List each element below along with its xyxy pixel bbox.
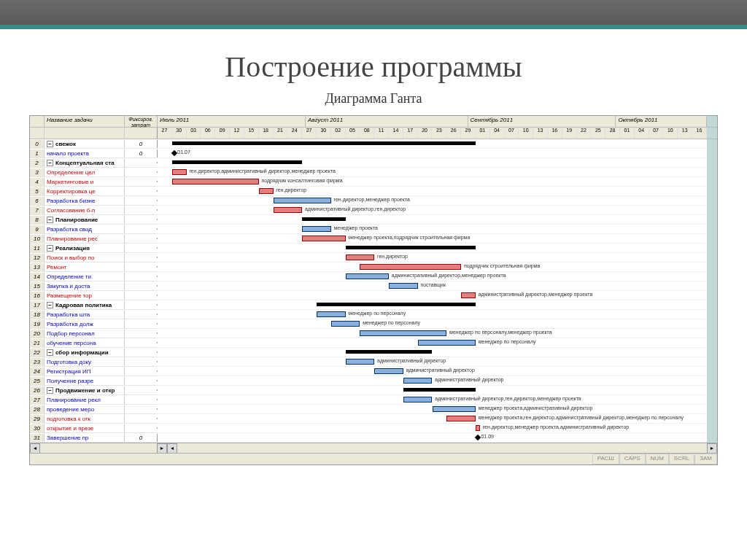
gantt-bar-row: [158, 158, 707, 168]
status-bar: РАСШCAPSNUMSCRLЗАМ: [30, 453, 717, 464]
scroll-left-button-2[interactable]: ◄: [167, 443, 177, 454]
task-bar[interactable]: [346, 254, 375, 260]
day-cell: 11: [374, 128, 389, 139]
task-name-label: Разработка бизне: [47, 198, 95, 204]
status-indicator: SCRL: [669, 454, 694, 464]
summary-bar[interactable]: [172, 160, 302, 164]
task-bar[interactable]: [389, 283, 418, 289]
task-name-label: Разработка шта: [47, 311, 90, 318]
table-row[interactable]: 4Маркетинговые и: [30, 177, 158, 187]
table-row[interactable]: 3Определение цел: [30, 168, 158, 177]
task-bar[interactable]: [346, 359, 375, 365]
table-row[interactable]: 5Корректировка це: [30, 187, 158, 196]
table-row[interactable]: 23Подготовка доку: [30, 357, 158, 367]
day-cell: 16: [548, 128, 562, 139]
table-row[interactable]: 29подготовка к отк: [30, 414, 158, 424]
collapse-icon[interactable]: −: [47, 160, 53, 166]
day-cell: 25: [591, 128, 605, 139]
table-row[interactable]: 8−Планирование: [30, 215, 158, 225]
table-row[interactable]: 22−сбор информации: [30, 348, 158, 357]
task-bar[interactable]: [317, 311, 346, 317]
summary-bar[interactable]: [346, 350, 433, 354]
milestone-diamond[interactable]: [475, 435, 481, 440]
day-cell: 27: [302, 128, 317, 139]
table-row[interactable]: 13Ремонт: [30, 262, 158, 272]
horizontal-scrollbar[interactable]: ◄ ► ◄ ►: [30, 443, 717, 453]
collapse-icon[interactable]: −: [47, 245, 53, 252]
table-row[interactable]: 6Разработка бизне: [30, 196, 158, 206]
task-bar[interactable]: [331, 321, 360, 327]
task-bar[interactable]: [360, 264, 461, 270]
resource-label: менеджер проекта,подрядчик строительная …: [348, 235, 470, 240]
table-row[interactable]: 14Определение ти: [30, 272, 158, 281]
gantt-bar-row: [158, 244, 707, 253]
table-row[interactable]: 24Регистрация ИП: [30, 367, 158, 376]
table-row[interactable]: 0−свежок0: [30, 139, 158, 149]
gantt-bar-row: менеджер проекта,подрядчик строительная …: [158, 234, 707, 244]
table-row[interactable]: 30открытие и презе: [30, 424, 158, 433]
collapse-icon[interactable]: −: [47, 302, 53, 308]
task-bar[interactable]: [259, 188, 274, 194]
task-name-label: Определение ти: [47, 273, 91, 280]
table-row[interactable]: 26−Продвижение и откр: [30, 386, 158, 395]
day-cell: 03: [187, 128, 201, 139]
summary-bar[interactable]: [346, 246, 476, 249]
table-row[interactable]: 15Закупка и доста: [30, 281, 158, 291]
milestone-diamond[interactable]: [171, 150, 177, 156]
task-bar[interactable]: [274, 198, 331, 203]
table-row[interactable]: 10Планирование рес: [30, 234, 158, 244]
day-cell: 26: [446, 128, 461, 139]
task-bar[interactable]: [418, 340, 476, 346]
summary-bar[interactable]: [403, 388, 476, 392]
table-row[interactable]: 2−Концептуальная ста: [30, 158, 158, 168]
gantt-bar-row: поставщик: [158, 281, 707, 291]
task-bar[interactable]: [274, 207, 303, 213]
day-cell: 15: [244, 128, 259, 139]
task-bar[interactable]: [374, 368, 403, 374]
task-bar[interactable]: [403, 397, 433, 402]
scroll-right-button-2[interactable]: ►: [707, 443, 717, 454]
task-bar[interactable]: [172, 179, 259, 184]
task-name-label: обучение персона: [47, 340, 96, 346]
gantt-bar-row: административный директор,ген.директор: [158, 206, 707, 215]
table-row[interactable]: 16Размещение тор: [30, 291, 158, 300]
day-cell: 30: [172, 128, 187, 139]
milestone-label: 01.09: [481, 434, 494, 439]
table-row[interactable]: 25Получение разре: [30, 376, 158, 386]
summary-bar[interactable]: [172, 141, 476, 145]
collapse-icon[interactable]: −: [47, 349, 53, 356]
task-bar[interactable]: [403, 378, 433, 384]
task-bar[interactable]: [302, 226, 331, 232]
day-cell: 05: [346, 128, 360, 139]
table-row[interactable]: 21обучение персона: [30, 338, 158, 348]
task-bar[interactable]: [360, 330, 446, 336]
task-bar[interactable]: [302, 236, 345, 241]
table-row[interactable]: 31Завершение пр0: [30, 433, 158, 443]
summary-bar[interactable]: [317, 303, 476, 306]
task-bar[interactable]: [446, 416, 476, 421]
collapse-icon[interactable]: −: [47, 217, 53, 223]
task-bar[interactable]: [476, 425, 480, 431]
table-row[interactable]: 1начало проекта0: [30, 149, 158, 158]
collapse-icon[interactable]: −: [47, 141, 53, 147]
table-row[interactable]: 19Разработка долж: [30, 319, 158, 329]
table-row[interactable]: 18Разработка шта: [30, 310, 158, 319]
task-bar[interactable]: [346, 273, 389, 279]
collapse-icon[interactable]: −: [47, 387, 53, 394]
gantt-header-days: 2730030609121518212427300205081114172023…: [30, 128, 717, 139]
scroll-left-button[interactable]: ◄: [30, 443, 40, 454]
gantt-bar-row: административный директор,менеджер проек…: [158, 291, 707, 300]
table-row[interactable]: 11−Реализация: [30, 244, 158, 253]
summary-bar[interactable]: [302, 217, 345, 221]
table-row[interactable]: 27Планирование рекл: [30, 395, 158, 405]
table-row[interactable]: 7Согласование б-п: [30, 206, 158, 215]
scroll-right-button-1[interactable]: ►: [157, 443, 167, 454]
task-bar[interactable]: [461, 292, 476, 298]
task-bar[interactable]: [433, 406, 476, 412]
table-row[interactable]: 17−Кадровая политика: [30, 300, 158, 310]
table-row[interactable]: 9Разработка свод: [30, 225, 158, 234]
table-row[interactable]: 28проведение меро: [30, 405, 158, 414]
table-row[interactable]: 12Поиск и выбор по: [30, 253, 158, 262]
table-row[interactable]: 20Подбор персонал: [30, 329, 158, 338]
task-bar[interactable]: [172, 169, 187, 175]
